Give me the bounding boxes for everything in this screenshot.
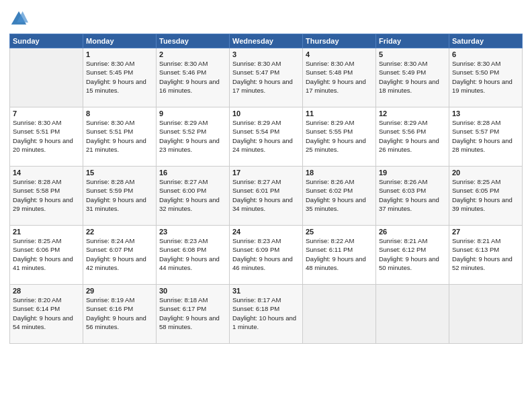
- cell-content: Sunrise: 8:23 AMSunset: 6:09 PMDaylight:…: [232, 236, 300, 272]
- sunrise-label: Sunrise: 8:19 AM: [86, 296, 134, 304]
- calendar-cell: 17Sunrise: 8:27 AMSunset: 6:01 PMDayligh…: [230, 167, 303, 226]
- cell-content: Sunrise: 8:30 AMSunset: 5:45 PMDaylight:…: [86, 59, 153, 95]
- sunset-label: Sunset: 5:55 PM: [306, 128, 353, 135]
- cell-content: Sunrise: 8:26 AMSunset: 6:02 PMDaylight:…: [306, 177, 373, 213]
- day-number: 2: [159, 50, 226, 58]
- daylight-label: Daylight: 9 hours and 26 minutes.: [379, 137, 439, 153]
- daylight-label: Daylight: 9 hours and 44 minutes.: [159, 255, 220, 271]
- daylight-label: Daylight: 9 hours and 35 minutes.: [306, 196, 366, 212]
- sunset-label: Sunset: 6:00 PM: [159, 187, 206, 194]
- daylight-label: Daylight: 9 hours and 17 minutes.: [306, 78, 366, 94]
- sunrise-label: Sunrise: 8:30 AM: [232, 60, 281, 67]
- sunset-label: Sunset: 6:12 PM: [379, 246, 426, 253]
- daylight-label: Daylight: 9 hours and 39 minutes.: [452, 196, 513, 212]
- calendar-week-row: 28Sunrise: 8:20 AMSunset: 6:14 PMDayligh…: [10, 285, 523, 344]
- calendar-cell: 30Sunrise: 8:18 AMSunset: 6:17 PMDayligh…: [157, 285, 230, 344]
- sunset-label: Sunset: 6:09 PM: [232, 246, 279, 253]
- sunrise-label: Sunrise: 8:30 AM: [13, 119, 61, 126]
- sunrise-label: Sunrise: 8:30 AM: [306, 60, 354, 67]
- cell-content: Sunrise: 8:20 AMSunset: 6:14 PMDaylight:…: [13, 295, 80, 331]
- sunrise-label: Sunrise: 8:27 AM: [159, 178, 208, 185]
- sunrise-label: Sunrise: 8:29 AM: [306, 119, 354, 126]
- day-number: 20: [452, 169, 519, 177]
- day-number: 18: [306, 169, 373, 177]
- day-number: 24: [232, 228, 300, 236]
- sunset-label: Sunset: 5:52 PM: [159, 128, 206, 135]
- calendar-cell: 28Sunrise: 8:20 AMSunset: 6:14 PMDayligh…: [10, 285, 83, 344]
- calendar-cell: 6Sunrise: 8:30 AMSunset: 5:50 PMDaylight…: [449, 48, 523, 107]
- daylight-label: Daylight: 9 hours and 29 minutes.: [13, 196, 73, 212]
- sunset-label: Sunset: 5:51 PM: [13, 128, 60, 135]
- sunrise-label: Sunrise: 8:30 AM: [86, 119, 134, 126]
- daylight-label: Daylight: 9 hours and 58 minutes.: [159, 314, 220, 330]
- calendar-cell: 4Sunrise: 8:30 AMSunset: 5:48 PMDaylight…: [303, 48, 376, 107]
- daylight-label: Daylight: 9 hours and 20 minutes.: [13, 137, 73, 153]
- sunset-label: Sunset: 6:08 PM: [159, 246, 206, 253]
- day-number: 3: [232, 50, 300, 58]
- cell-content: Sunrise: 8:30 AMSunset: 5:46 PMDaylight:…: [159, 59, 226, 95]
- calendar-cell: 7Sunrise: 8:30 AMSunset: 5:51 PMDaylight…: [10, 107, 83, 167]
- sunset-label: Sunset: 5:50 PM: [452, 68, 499, 76]
- page-container: SundayMondayTuesdayWednesdayThursdayFrid…: [0, 0, 532, 351]
- daylight-label: Daylight: 9 hours and 25 minutes.: [306, 137, 366, 153]
- cell-content: Sunrise: 8:27 AMSunset: 6:00 PMDaylight:…: [159, 177, 226, 213]
- day-number: 9: [159, 109, 226, 118]
- sunset-label: Sunset: 5:46 PM: [159, 68, 206, 76]
- calendar-cell: 25Sunrise: 8:22 AMSunset: 6:11 PMDayligh…: [303, 226, 376, 285]
- day-number: 31: [232, 287, 300, 295]
- sunrise-label: Sunrise: 8:21 AM: [452, 237, 500, 244]
- cell-content: Sunrise: 8:27 AMSunset: 6:01 PMDaylight:…: [232, 177, 300, 213]
- daylight-label: Daylight: 9 hours and 37 minutes.: [379, 196, 439, 212]
- calendar-cell: 31Sunrise: 8:17 AMSunset: 6:18 PMDayligh…: [230, 285, 303, 344]
- cell-content: Sunrise: 8:29 AMSunset: 5:55 PMDaylight:…: [306, 118, 373, 154]
- calendar-cell: 8Sunrise: 8:30 AMSunset: 5:51 PMDaylight…: [83, 107, 157, 167]
- sunset-label: Sunset: 6:06 PM: [13, 246, 60, 253]
- calendar-cell: 10Sunrise: 8:29 AMSunset: 5:54 PMDayligh…: [230, 107, 303, 167]
- calendar-cell: [10, 48, 83, 107]
- calendar-cell: 9Sunrise: 8:29 AMSunset: 5:52 PMDaylight…: [157, 107, 230, 167]
- day-number: 1: [86, 50, 153, 58]
- daylight-label: Daylight: 9 hours and 31 minutes.: [86, 196, 146, 212]
- day-number: 28: [13, 287, 80, 295]
- sunrise-label: Sunrise: 8:29 AM: [159, 119, 208, 126]
- calendar-cell: 11Sunrise: 8:29 AMSunset: 5:55 PMDayligh…: [303, 107, 376, 167]
- sunset-label: Sunset: 6:14 PM: [13, 305, 60, 312]
- cell-content: Sunrise: 8:23 AMSunset: 6:08 PMDaylight:…: [159, 236, 226, 272]
- cell-content: Sunrise: 8:30 AMSunset: 5:49 PMDaylight:…: [379, 59, 446, 95]
- daylight-label: Daylight: 10 hours and 1 minute.: [232, 314, 296, 330]
- day-number: 16: [159, 169, 226, 177]
- sunset-label: Sunset: 5:56 PM: [379, 128, 426, 135]
- sunset-label: Sunset: 5:45 PM: [86, 68, 133, 76]
- cell-content: Sunrise: 8:29 AMSunset: 5:54 PMDaylight:…: [232, 118, 300, 154]
- sunset-label: Sunset: 5:57 PM: [452, 128, 499, 135]
- sunrise-label: Sunrise: 8:28 AM: [86, 178, 134, 185]
- sunset-label: Sunset: 6:16 PM: [86, 305, 133, 312]
- daylight-label: Daylight: 9 hours and 16 minutes.: [159, 78, 220, 94]
- calendar-cell: [449, 285, 523, 344]
- cell-content: Sunrise: 8:30 AMSunset: 5:48 PMDaylight:…: [306, 59, 373, 95]
- sunrise-label: Sunrise: 8:20 AM: [13, 296, 61, 304]
- calendar-cell: 2Sunrise: 8:30 AMSunset: 5:46 PMDaylight…: [157, 48, 230, 107]
- calendar-cell: [303, 285, 376, 344]
- cell-content: Sunrise: 8:25 AMSunset: 6:05 PMDaylight:…: [452, 177, 519, 213]
- daylight-label: Daylight: 9 hours and 41 minutes.: [13, 255, 73, 271]
- day-number: 17: [232, 169, 300, 177]
- cell-content: Sunrise: 8:25 AMSunset: 6:06 PMDaylight:…: [13, 236, 80, 272]
- day-number: 21: [13, 228, 80, 236]
- cell-content: Sunrise: 8:28 AMSunset: 5:57 PMDaylight:…: [452, 118, 519, 154]
- daylight-label: Daylight: 9 hours and 24 minutes.: [232, 137, 293, 153]
- daylight-label: Daylight: 9 hours and 42 minutes.: [86, 255, 146, 271]
- daylight-label: Daylight: 9 hours and 48 minutes.: [306, 255, 366, 271]
- sunset-label: Sunset: 6:01 PM: [232, 187, 279, 194]
- calendar-cell: 19Sunrise: 8:26 AMSunset: 6:03 PMDayligh…: [376, 167, 449, 226]
- daylight-label: Daylight: 9 hours and 18 minutes.: [379, 78, 439, 94]
- logo: [9, 9, 30, 28]
- logo-icon: [9, 9, 28, 28]
- calendar-cell: 29Sunrise: 8:19 AMSunset: 6:16 PMDayligh…: [83, 285, 157, 344]
- calendar-week-row: 7Sunrise: 8:30 AMSunset: 5:51 PMDaylight…: [10, 107, 523, 167]
- calendar-cell: 16Sunrise: 8:27 AMSunset: 6:00 PMDayligh…: [157, 167, 230, 226]
- day-header: Saturday: [449, 34, 523, 48]
- calendar-cell: 13Sunrise: 8:28 AMSunset: 5:57 PMDayligh…: [449, 107, 523, 167]
- cell-content: Sunrise: 8:29 AMSunset: 5:52 PMDaylight:…: [159, 118, 226, 154]
- sunrise-label: Sunrise: 8:28 AM: [13, 178, 61, 185]
